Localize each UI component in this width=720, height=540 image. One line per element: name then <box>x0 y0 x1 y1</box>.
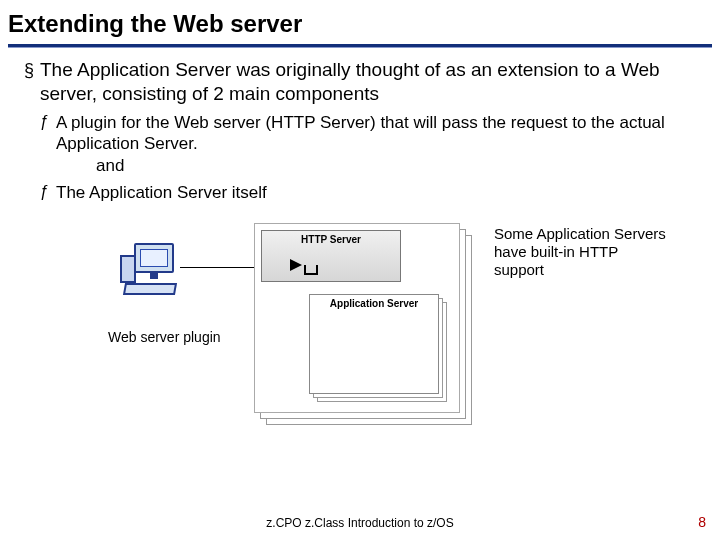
page-number: 8 <box>698 514 706 530</box>
http-server-box: HTTP Server <box>261 230 401 282</box>
app-server-label: Application Server <box>330 298 418 309</box>
bullet-sub2: The Application Server itself <box>24 182 708 203</box>
bullet-main: The Application Server was originally th… <box>24 58 708 106</box>
page-title: Extending the Web server <box>0 0 720 42</box>
connection-line <box>180 267 260 268</box>
http-server-label: HTTP Server <box>301 234 361 245</box>
app-server-box: Application Server <box>309 294 439 394</box>
footer-text: z.CPO z.Class Introduction to z/OS <box>0 516 720 530</box>
plugin-caption: Web server plugin <box>108 329 221 345</box>
side-note: Some Application Servers have built-in H… <box>494 225 670 279</box>
diagram: HTTP Server Application Server Web serve… <box>24 211 708 421</box>
bullet-sub1: A plugin for the Web server (HTTP Server… <box>24 112 708 155</box>
plugin-arrow-icon <box>288 257 308 277</box>
title-rule <box>8 44 712 48</box>
content-area: The Application Server was originally th… <box>0 58 720 421</box>
server-stack-box: HTTP Server Application Server <box>254 223 460 413</box>
client-pc-icon <box>120 243 180 297</box>
bullet-conj: and <box>24 156 708 176</box>
